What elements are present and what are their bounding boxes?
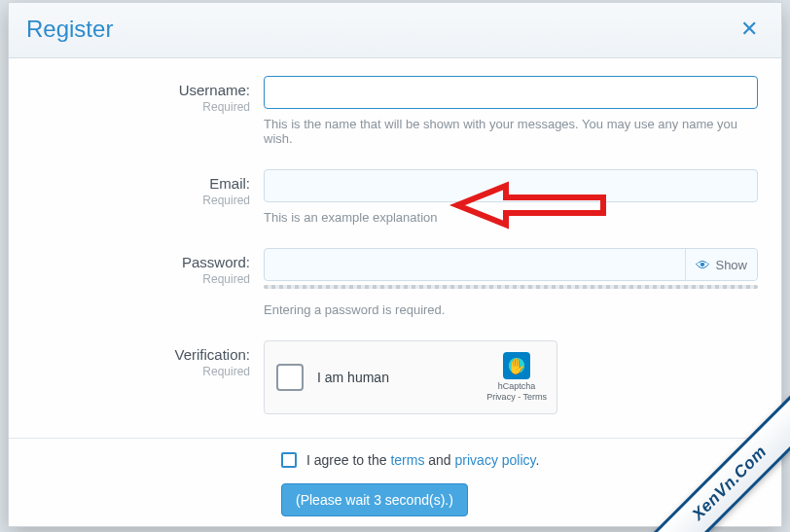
row-username: Username: Required This is the name that… (9, 72, 781, 146)
eye-icon: 👁 (696, 257, 710, 273)
help-email: This is an example explanation (264, 210, 758, 225)
required-email: Required (9, 194, 250, 207)
password-input[interactable] (264, 248, 758, 281)
agree-text: I agree to the terms and privacy policy. (306, 452, 539, 468)
show-password-toggle[interactable]: 👁 Show (685, 249, 757, 280)
hcaptcha-checkbox[interactable] (276, 364, 304, 391)
register-modal: Register ✕ Username: Required This is th… (8, 2, 782, 527)
username-input[interactable] (264, 76, 758, 109)
label-col-username: Username: Required (9, 76, 264, 114)
required-verification: Required (9, 365, 250, 378)
hcaptcha-widget: I am human ✋ hCaptcha Privacy - Terms (264, 340, 557, 414)
label-username: Username: (9, 82, 250, 98)
submit-button[interactable]: (Please wait 3 second(s).) (281, 483, 468, 516)
hcaptcha-brand: ✋ hCaptcha Privacy - Terms (486, 352, 547, 403)
input-col-email: This is an example explanation (264, 169, 758, 225)
email-input[interactable] (264, 169, 758, 202)
password-strength-bar (264, 285, 758, 289)
password-wrap: 👁 Show (264, 248, 758, 281)
required-password: Required (9, 272, 250, 286)
label-password: Password: (9, 254, 250, 270)
required-username: Required (9, 100, 250, 114)
row-verification: Verification: Required I am human ✋ hCap… (9, 337, 781, 414)
help-password: Entering a password is required. (264, 302, 758, 317)
label-col-email: Email: Required (9, 169, 264, 207)
hcaptcha-label: I am human (317, 370, 486, 385)
label-verification: Verification: (9, 346, 250, 363)
agree-checkbox[interactable] (281, 452, 297, 468)
close-icon[interactable]: ✕ (735, 15, 764, 44)
input-col-username: This is the name that will be shown with… (264, 76, 758, 146)
help-username: This is the name that will be shown with… (264, 117, 758, 146)
label-col-password: Password: Required (9, 248, 264, 286)
row-email: Email: Required This is an example expla… (9, 165, 781, 225)
input-col-verification: I am human ✋ hCaptcha Privacy - Terms (264, 340, 758, 414)
row-password: Password: Required 👁 Show Entering a pas… (9, 244, 781, 317)
terms-link[interactable]: terms (390, 452, 424, 468)
show-password-label: Show (715, 258, 747, 272)
hcaptcha-logo-icon: ✋ (503, 352, 530, 379)
hcaptcha-brand-name: hCaptcha (486, 381, 547, 392)
hcaptcha-privacy-link[interactable]: Privacy (486, 392, 516, 402)
hcaptcha-links: Privacy - Terms (486, 392, 547, 403)
input-col-password: 👁 Show Entering a password is required. (264, 248, 758, 317)
modal-body: Username: Required This is the name that… (9, 58, 781, 526)
agree-row: I agree to the terms and privacy policy. (9, 438, 781, 478)
privacy-link[interactable]: privacy policy (455, 452, 536, 468)
label-email: Email: (9, 175, 250, 192)
modal-header: Register ✕ (9, 3, 781, 58)
hcaptcha-terms-link[interactable]: Terms (523, 392, 548, 402)
modal-title: Register (26, 16, 113, 43)
label-col-verification: Verification: Required (9, 340, 264, 378)
